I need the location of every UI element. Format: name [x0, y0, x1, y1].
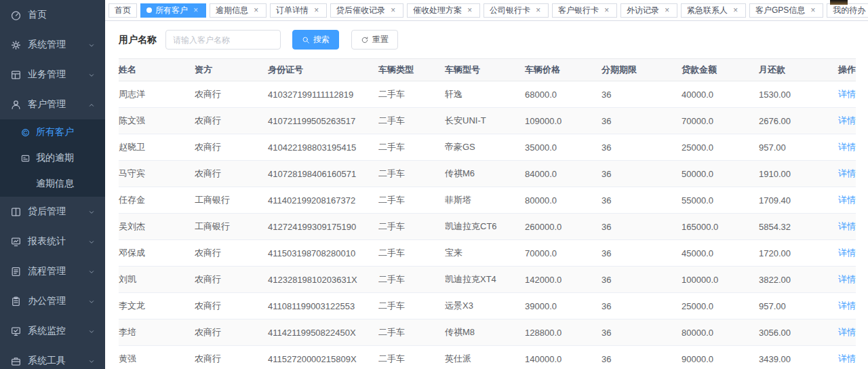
column-header-车辆型号: 车辆型号 — [445, 59, 525, 81]
table-cell: 36 — [601, 134, 682, 161]
close-tab-icon[interactable]: × — [465, 6, 474, 15]
reset-button[interactable]: 重置 — [351, 30, 398, 50]
table-cell: 68000.0 — [525, 81, 601, 108]
close-tab-icon[interactable]: × — [808, 6, 817, 15]
table-cell: 凯迪拉克CT6 — [445, 214, 525, 240]
detail-link[interactable]: 详情 — [838, 353, 856, 364]
detail-link[interactable]: 详情 — [838, 221, 856, 231]
sidebar-item-系统监控[interactable]: 系统监控 — [0, 316, 105, 346]
dashboard-icon — [10, 9, 22, 21]
search-button-label: 搜索 — [313, 34, 330, 45]
table-cell: 周志洋 — [119, 81, 195, 108]
app-window: 首页系统管理业务管理客户管理所有客户我的逾期逾期信息贷后管理报表统计流程管理办公… — [0, 0, 868, 369]
sidebar-item-流程管理[interactable]: 流程管理 — [0, 256, 105, 286]
tab-订单详情[interactable]: 订单详情× — [270, 3, 327, 18]
table-cell: 84000.0 — [525, 161, 601, 187]
tab-客户GPS信息[interactable]: 客户GPS信息× — [749, 3, 823, 18]
search-button[interactable]: 搜索 — [292, 30, 339, 50]
table-cell: 黄强 — [119, 346, 195, 369]
table-row: 周志洋农商行410327199111112819二手车轩逸68000.03640… — [119, 81, 856, 108]
table-cell: 957.00 — [759, 293, 831, 319]
tab-外访记录[interactable]: 外访记录× — [620, 3, 677, 18]
detail-link[interactable]: 详情 — [838, 142, 856, 152]
tab-贷后催收记录[interactable]: 贷后催收记录× — [330, 3, 403, 18]
tab-所有客户[interactable]: 所有客户× — [140, 3, 206, 18]
sidebar-item-系统管理[interactable]: 系统管理 — [0, 30, 105, 60]
tab-紧急联系人[interactable]: 紧急联系人× — [681, 3, 746, 18]
table-cell: 25000.0 — [682, 134, 759, 161]
tab-我的待办[interactable]: 我的待办× — [827, 3, 868, 18]
tab-公司银行卡[interactable]: 公司银行卡× — [484, 3, 549, 18]
table-cell: 农商行 — [195, 346, 268, 369]
table-cell: 410721199505263517 — [268, 108, 378, 134]
close-tab-icon[interactable]: × — [663, 6, 671, 15]
table-cell: 35000.0 — [525, 134, 601, 161]
detail-link[interactable]: 详情 — [838, 248, 856, 258]
table-row: 赵晓卫农商行410422198803195415二手车帝豪GS35000.036… — [119, 134, 856, 161]
tab-客户银行卡[interactable]: 客户银行卡× — [552, 3, 617, 18]
table-cell: 宝来 — [445, 240, 525, 267]
table-cell: 411503198708280010 — [268, 240, 378, 267]
table-cell: 二手车 — [378, 134, 445, 161]
close-tab-icon[interactable]: × — [602, 6, 611, 15]
detail-link[interactable]: 详情 — [838, 300, 856, 311]
tab-催收处理方案[interactable]: 催收处理方案× — [407, 3, 480, 18]
customer-name-input[interactable] — [165, 30, 281, 50]
column-header-月还款: 月还款 — [759, 59, 831, 81]
detail-link[interactable]: 详情 — [838, 168, 856, 178]
tags-view-bar: 首页所有客户×逾期信息×订单详情×贷后催收记录×催收处理方案×公司银行卡×客户银… — [105, 0, 868, 21]
table-cell-actions: 详情 — [831, 108, 856, 134]
close-tab-icon[interactable]: × — [191, 6, 200, 15]
sidebar-item-业务管理[interactable]: 业务管理 — [0, 60, 105, 90]
chevron-down-icon — [87, 327, 96, 335]
table-cell-actions: 详情 — [831, 319, 856, 346]
sidebar-subitem-逾期信息[interactable]: 逾期信息 — [0, 171, 105, 197]
sidebar-item-贷后管理[interactable]: 贷后管理 — [0, 197, 105, 227]
detail-link[interactable]: 详情 — [838, 274, 856, 284]
toolbox-icon — [10, 355, 22, 367]
table-cell: 957.00 — [759, 134, 831, 161]
close-tab-icon[interactable]: × — [312, 6, 321, 15]
table-cell: 70000.0 — [682, 108, 759, 134]
table-cell: 90000.0 — [682, 346, 759, 369]
close-tab-icon[interactable]: × — [389, 6, 397, 15]
user-icon — [10, 99, 22, 111]
close-tab-icon[interactable]: × — [534, 6, 542, 15]
sidebar-item-首页[interactable]: 首页 — [0, 0, 105, 30]
table-row: 任存金工商银行411402199208167372二手车菲斯塔80000.036… — [119, 187, 856, 214]
chevron-down-icon — [87, 357, 96, 365]
table-cell: 260000.0 — [525, 214, 601, 240]
columns-icon — [10, 206, 22, 218]
sidebar-item-label: 系统监控 — [28, 325, 66, 337]
avatar[interactable] — [830, 0, 848, 5]
detail-link[interactable]: 详情 — [838, 195, 856, 205]
sidebar-item-系统工具[interactable]: 系统工具 — [0, 346, 105, 369]
table-cell: 70000.0 — [525, 240, 601, 267]
sidebar-subitem-label: 我的逾期 — [36, 152, 74, 164]
gear-icon — [10, 39, 22, 51]
sidebar-item-报表统计[interactable]: 报表统计 — [0, 227, 105, 256]
tab-label: 公司银行卡 — [490, 5, 530, 16]
close-tab-icon[interactable]: × — [252, 6, 260, 15]
sidebar-item-label: 系统工具 — [28, 355, 66, 367]
sidebar-subitem-所有客户[interactable]: 所有客户 — [0, 119, 105, 145]
sidebar-item-客户管理[interactable]: 客户管理 — [0, 90, 105, 119]
detail-link[interactable]: 详情 — [838, 115, 856, 125]
tab-首页[interactable]: 首页 — [108, 3, 137, 18]
table-cell: 36 — [601, 81, 682, 108]
sidebar-item-办公管理[interactable]: 办公管理 — [0, 286, 105, 316]
table-cell: 二手车 — [378, 319, 445, 346]
table-cell: 二手车 — [378, 161, 445, 187]
table-cell: 55000.0 — [682, 187, 759, 214]
table-cell: 142000.0 — [525, 267, 601, 293]
chevron-down-icon — [87, 267, 96, 275]
detail-link[interactable]: 详情 — [838, 327, 856, 337]
table-cell: 100000.0 — [682, 267, 759, 293]
detail-link[interactable]: 详情 — [838, 89, 856, 99]
close-tab-icon[interactable]: × — [731, 6, 740, 15]
clipboard-icon — [10, 296, 22, 307]
sidebar-subitem-我的逾期[interactable]: 我的逾期 — [0, 145, 105, 171]
table-cell: 农商行 — [195, 108, 268, 134]
tab-逾期信息[interactable]: 逾期信息× — [210, 3, 267, 18]
table-cell: 邓保成 — [119, 240, 195, 267]
